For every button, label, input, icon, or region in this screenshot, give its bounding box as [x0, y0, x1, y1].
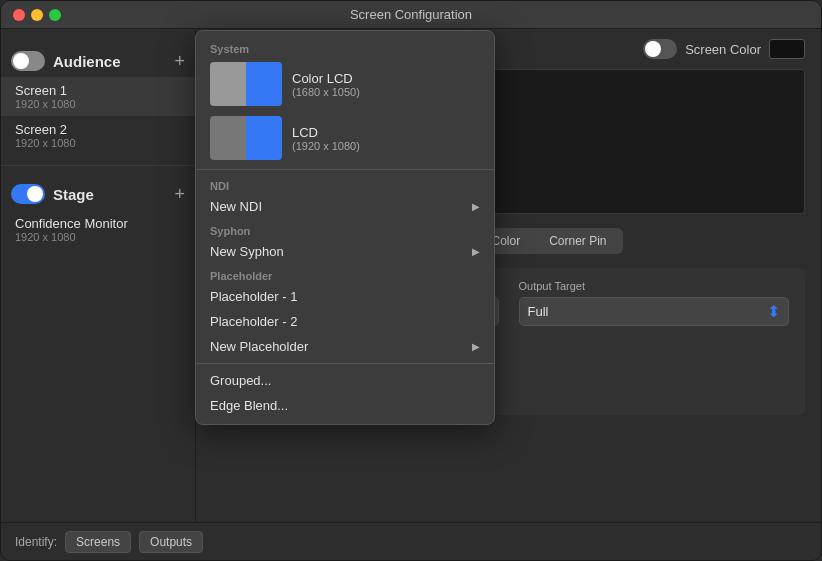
screens-button[interactable]: Screens: [65, 531, 131, 553]
maximize-button[interactable]: [49, 9, 61, 21]
titlebar: Screen Configuration: [1, 1, 821, 29]
separator-2: [196, 363, 494, 364]
stage-label: Stage: [53, 186, 94, 203]
output-target-label: Output Target: [519, 280, 790, 292]
bottom-bar: Identify: Screens Outputs: [1, 522, 821, 560]
color-lcd-gray: [210, 62, 246, 106]
menu-item-placeholder-1[interactable]: Placeholder - 1: [196, 284, 494, 309]
screen2-name: Screen 2: [15, 122, 181, 137]
output-target-dropdown[interactable]: Full ⬍: [519, 297, 790, 326]
audience-section: Audience + Screen 1 1920 x 1080 Screen 2…: [1, 39, 195, 159]
audience-label: Audience: [53, 53, 121, 70]
system-section-label: System: [196, 37, 494, 57]
new-syphon-text: New Syphon: [210, 244, 472, 259]
syphon-section-label: Syphon: [196, 219, 494, 239]
screen1-resolution: 1920 x 1080: [15, 98, 181, 110]
sidebar-item-screen2[interactable]: Screen 2 1920 x 1080: [1, 116, 195, 155]
lcd-blue: [246, 116, 282, 160]
close-button[interactable]: [13, 9, 25, 21]
sidebar-item-confidence-monitor[interactable]: Confidence Monitor 1920 x 1080: [1, 210, 195, 249]
new-placeholder-text: New Placeholder: [210, 339, 472, 354]
outputs-button[interactable]: Outputs: [139, 531, 203, 553]
audience-header: Audience +: [1, 47, 195, 77]
identify-label: Identify:: [15, 535, 57, 549]
new-ndi-text: New NDI: [210, 199, 472, 214]
color-lcd-info: Color LCD (1680 x 1050): [292, 71, 360, 98]
menu-item-edge-blend[interactable]: Edge Blend...: [196, 393, 494, 418]
screen1-name: Screen 1: [15, 83, 181, 98]
sidebar-item-screen1[interactable]: Screen 1 1920 x 1080: [1, 77, 195, 116]
menu-item-color-lcd[interactable]: Color LCD (1680 x 1050): [196, 57, 494, 111]
grouped-text: Grouped...: [210, 373, 480, 388]
add-screen-button[interactable]: +: [174, 52, 185, 70]
color-lcd-name: Color LCD: [292, 71, 360, 86]
menu-item-new-syphon[interactable]: New Syphon ▶: [196, 239, 494, 264]
syphon-arrow: ▶: [472, 246, 480, 257]
menu-item-grouped[interactable]: Grouped...: [196, 368, 494, 393]
separator-1: [196, 169, 494, 170]
placeholder-1-text: Placeholder - 1: [210, 289, 480, 304]
placeholder-section-label: Placeholder: [196, 264, 494, 284]
screen-color-toggle[interactable]: [643, 39, 677, 59]
stage-section: Stage + Confidence Monitor 1920 x 1080: [1, 172, 195, 253]
screen-color-row: Screen Color: [643, 39, 805, 59]
screen2-resolution: 1920 x 1080: [15, 137, 181, 149]
menu-item-placeholder-2[interactable]: Placeholder - 2: [196, 309, 494, 334]
sidebar-divider: [1, 165, 195, 166]
lcd-res: (1920 x 1080): [292, 140, 360, 152]
main-window: Screen Configuration Audience + Screen 1…: [0, 0, 822, 561]
screen-color-label: Screen Color: [685, 42, 761, 57]
color-swatch[interactable]: [769, 39, 805, 59]
lcd-preview: [210, 116, 282, 160]
sidebar: Audience + Screen 1 1920 x 1080 Screen 2…: [1, 29, 196, 522]
confidence-monitor-resolution: 1920 x 1080: [15, 231, 181, 243]
audience-toggle[interactable]: [11, 51, 45, 71]
ndi-arrow: ▶: [472, 201, 480, 212]
output-target-col: Output Target Full ⬍: [519, 280, 790, 326]
placeholder-2-text: Placeholder - 2: [210, 314, 480, 329]
placeholder-label-text: Placeholder: [210, 270, 272, 282]
confidence-monitor-name: Confidence Monitor: [15, 216, 181, 231]
lcd-gray: [210, 116, 246, 160]
edge-blend-text: Edge Blend...: [210, 398, 480, 413]
minimize-button[interactable]: [31, 9, 43, 21]
stage-toggle[interactable]: [11, 184, 45, 204]
color-lcd-blue: [246, 62, 282, 106]
color-lcd-res: (1680 x 1050): [292, 86, 360, 98]
traffic-lights: [13, 9, 61, 21]
menu-item-lcd[interactable]: LCD (1920 x 1080): [196, 111, 494, 165]
add-stage-screen-button[interactable]: +: [174, 185, 185, 203]
color-lcd-preview: [210, 62, 282, 106]
stage-header: Stage +: [1, 180, 195, 210]
menu-item-new-ndi[interactable]: New NDI ▶: [196, 194, 494, 219]
output-dropdown-menu: System Color LCD (1680 x 1050): [195, 30, 495, 425]
lcd-name: LCD: [292, 125, 360, 140]
syphon-label-text: Syphon: [210, 225, 250, 237]
lcd-info: LCD (1920 x 1080): [292, 125, 360, 152]
output-target-arrow: ⬍: [767, 302, 780, 321]
window-title: Screen Configuration: [350, 7, 472, 22]
new-placeholder-arrow: ▶: [472, 341, 480, 352]
ndi-section-label: NDI: [196, 174, 494, 194]
tab-corner-pin[interactable]: Corner Pin: [535, 230, 620, 252]
menu-item-new-placeholder[interactable]: New Placeholder ▶: [196, 334, 494, 359]
main-content: Audience + Screen 1 1920 x 1080 Screen 2…: [1, 29, 821, 522]
output-target-value: Full: [528, 304, 768, 319]
